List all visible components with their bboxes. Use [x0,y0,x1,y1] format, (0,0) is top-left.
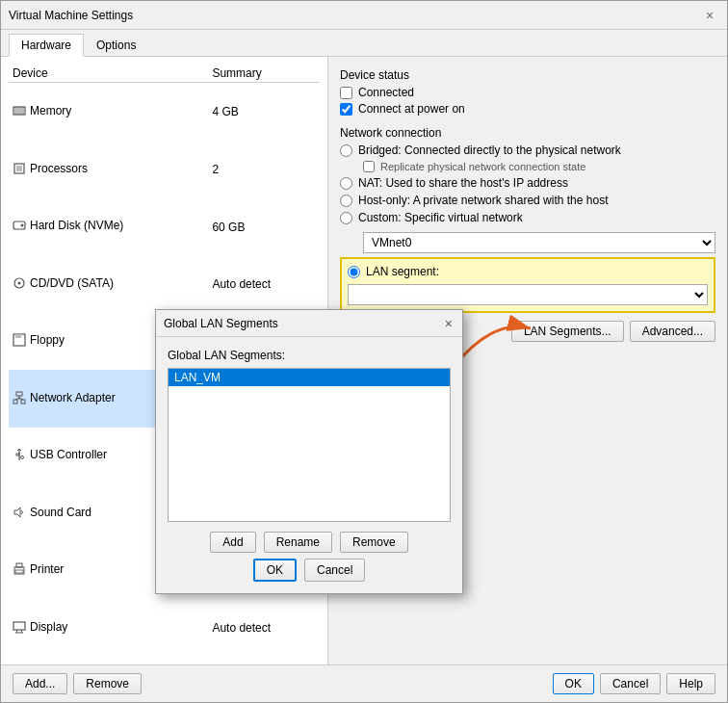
dialog-ok-button[interactable]: OK [253,559,297,582]
dialog-body: Global LAN Segments: LAN_VM Add Rename R… [156,337,462,593]
lan-segments-listbox[interactable]: LAN_VM [168,368,451,522]
dialog-rename-button[interactable]: Rename [264,532,332,553]
dialog-cancel-button[interactable]: Cancel [304,559,365,582]
dialog-add-button[interactable]: Add [210,532,255,553]
dialog-title: Global LAN Segments [164,317,278,330]
dialog-actions-row2: OK Cancel [168,559,451,582]
dialog-title-bar: Global LAN Segments × [156,310,462,337]
dialog-actions-row1: Add Rename Remove [168,532,451,553]
dialog-close-button[interactable]: × [443,316,455,331]
dialog-remove-button[interactable]: Remove [340,532,408,553]
main-window: Virtual Machine Settings × Hardware Opti… [0,0,728,703]
global-lan-dialog: Global LAN Segments × Global LAN Segment… [155,309,463,594]
dialog-overlay: Global LAN Segments × Global LAN Segment… [1,1,727,702]
lan-segments-item[interactable]: LAN_VM [169,369,450,386]
dialog-list-label: Global LAN Segments: [168,349,451,362]
